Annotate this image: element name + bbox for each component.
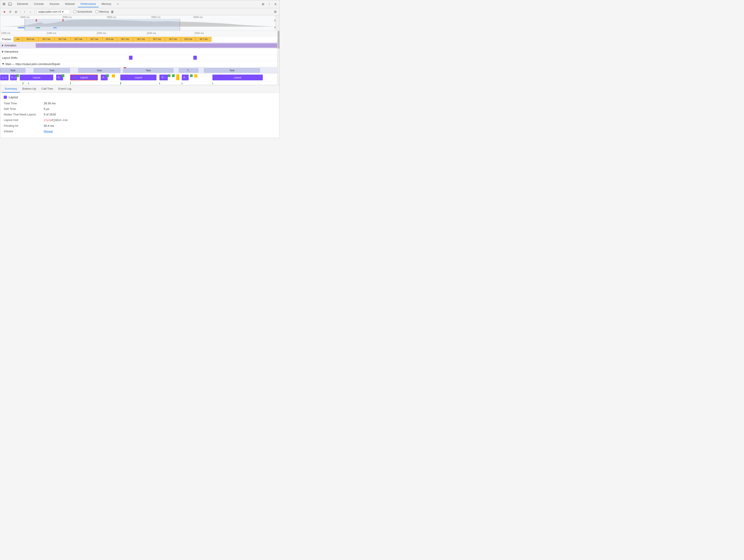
activity-layout-3[interactable]: Layout	[213, 75, 263, 80]
tab-sources[interactable]: Sources	[47, 1, 62, 7]
trash-button[interactable]: 🗑	[110, 9, 115, 14]
overview-area[interactable]: 1000 ms 2000 ms 3000 ms 4000 ms 5000 ms …	[0, 15, 280, 31]
selected-range[interactable]	[25, 19, 180, 31]
nodes-key: Nodes That Need Layout	[4, 113, 44, 116]
screenshots-checkbox[interactable]	[73, 10, 76, 13]
tab-bar: Elements Console Sources Network Perform…	[0, 0, 280, 8]
activity-l-t[interactable]: L...t	[0, 75, 9, 80]
cursor-icon[interactable]	[2, 2, 6, 6]
activity-yellow-1	[112, 74, 115, 77]
ruler-ticks	[0, 31, 280, 36]
more-options-icon[interactable]: ⋮	[267, 2, 271, 6]
task-block-4[interactable]: T...	[179, 68, 198, 73]
task-block-2[interactable]: Task	[78, 68, 120, 73]
toolbar2: ● ↺ ⊘ ↑ ↓ output.jsbin.com #1 ▾ Screensh…	[0, 8, 280, 15]
scrollbar-thumb[interactable]	[278, 31, 280, 49]
summary-row-layout-root: Layout root style#jsbin-css	[4, 118, 276, 122]
memory-checkbox[interactable]	[96, 10, 99, 13]
initiator-reveal-link[interactable]: Reveal	[44, 129, 52, 133]
tab-summary[interactable]: Summary	[2, 85, 20, 92]
tab-bottom-up[interactable]: Bottom-Up	[20, 85, 39, 92]
timeline-scrollbar[interactable]	[277, 31, 280, 85]
task-block-3[interactable]: Task	[123, 68, 173, 73]
screenshots-label[interactable]: Screenshots	[77, 10, 92, 13]
divider1	[20, 10, 21, 14]
summary-row-nodes: Nodes That Need Layout 5 of 1618	[4, 113, 276, 116]
activity-layout-selected[interactable]: Layout	[70, 75, 98, 80]
animation-bar[interactable]	[36, 43, 280, 48]
blue-tick-4	[182, 82, 182, 84]
frame-cell-12[interactable]: 16.7 ms	[195, 37, 212, 42]
activity-layout-2[interactable]: Layout	[120, 75, 157, 80]
blue-tick-2	[120, 82, 121, 84]
pending-key: Pending for	[4, 124, 44, 127]
task-block-0[interactable]: Task	[0, 68, 25, 73]
frame-cell-3[interactable]: 16.7 ms	[54, 37, 70, 42]
task-block-5[interactable]: Task	[204, 68, 260, 73]
task-block-1[interactable]: Task	[34, 68, 70, 73]
tab-elements[interactable]: Elements	[14, 1, 31, 7]
tab-performance[interactable]: Performance	[78, 1, 99, 7]
activity-yellow-3	[194, 74, 197, 77]
main-expand-icon[interactable]	[2, 63, 4, 65]
interactions-text: Interactions	[4, 50, 18, 53]
frame-cell-5[interactable]: 16.7 ms	[86, 37, 102, 42]
activity-p-t[interactable]: P...t	[10, 75, 17, 80]
divider2	[35, 10, 35, 14]
memory-label[interactable]: Memory	[100, 10, 109, 13]
activity-yellow-2	[176, 74, 179, 80]
frame-cell-9[interactable]: 16.7 ms	[149, 37, 165, 42]
tab-more[interactable]: »	[114, 1, 121, 7]
interactions-content	[36, 49, 280, 54]
activity-green-1	[16, 74, 19, 77]
frame-cell-1[interactable]: 16.6 ms	[23, 37, 38, 42]
tab-event-log[interactable]: Event Log	[56, 85, 74, 92]
layout-shift-2[interactable]	[193, 56, 197, 60]
frame-cell-11[interactable]: 16.6 ms	[181, 37, 195, 42]
ruler-label-3: 1500 ms	[147, 32, 156, 34]
activity-layout-1[interactable]: Layout	[20, 75, 53, 80]
interactions-expand-icon[interactable]	[2, 50, 4, 53]
frame-cell-8[interactable]: 16.7 ms	[133, 37, 149, 42]
tab-memory[interactable]: Memory	[99, 1, 114, 7]
activity-green-6	[190, 74, 193, 77]
ticks-row	[0, 81, 280, 85]
reload-button[interactable]: ↺	[8, 9, 13, 14]
devtools-window: Elements Console Sources Network Perform…	[0, 0, 280, 138]
perf-settings-icon[interactable]: ⚙	[273, 9, 278, 14]
frame-cell-6[interactable]: 16.6 ms	[102, 37, 117, 42]
activity-p3[interactable]: P...	[159, 75, 168, 80]
frame-cell-4[interactable]: 16.7 ms	[70, 37, 86, 42]
frame-cell-2[interactable]: 16.7 ms	[38, 37, 54, 42]
tab-network[interactable]: Network	[62, 1, 77, 7]
url-selector[interactable]: output.jsbin.com #1 ▾	[37, 9, 70, 14]
animation-expand-icon[interactable]	[2, 44, 4, 47]
settings-icon[interactable]: ⚙	[261, 2, 265, 6]
layout-shifts-text: Layout Shifts	[2, 57, 17, 60]
frame-cell-7[interactable]: 16.7 ms	[117, 37, 133, 42]
ov-label-2: 2000 ms	[62, 16, 72, 18]
timeline-main: 1350 ms 1400 ms 1450 ms 1500 ms 1550 ms …	[0, 31, 280, 85]
ruler-label-2: 1450 ms	[97, 32, 106, 34]
total-time-val: 28.30 ms	[44, 102, 55, 105]
layout-shift-1[interactable]	[129, 56, 133, 60]
ov-label-4: 4000 ms	[151, 16, 160, 18]
upload-button[interactable]: ↑	[22, 9, 27, 14]
close-icon[interactable]: ✕	[273, 2, 278, 6]
animation-label[interactable]: Animation	[0, 44, 36, 47]
inspect-icon[interactable]	[8, 2, 12, 6]
layout-root-key: Layout root	[4, 118, 44, 122]
interactions-label[interactable]: Interactions	[0, 50, 36, 53]
tab-console[interactable]: Console	[31, 1, 46, 7]
record-button[interactable]: ●	[2, 9, 7, 14]
clear-button[interactable]: ⊘	[13, 9, 18, 14]
activity-p4[interactable]: P...	[182, 75, 189, 80]
frame-cell-10[interactable]: 16.7 ms	[165, 37, 181, 42]
activity-green-2	[62, 74, 64, 77]
tab-call-tree[interactable]: Call Tree	[39, 85, 56, 92]
svg-rect-7	[18, 27, 25, 28]
frame-cell-0[interactable]: ms	[13, 37, 23, 42]
summary-row-pending: Pending for 50.4 ms	[4, 124, 276, 127]
download-button[interactable]: ↓	[28, 9, 33, 14]
overview-scrollbar[interactable]	[275, 15, 280, 31]
